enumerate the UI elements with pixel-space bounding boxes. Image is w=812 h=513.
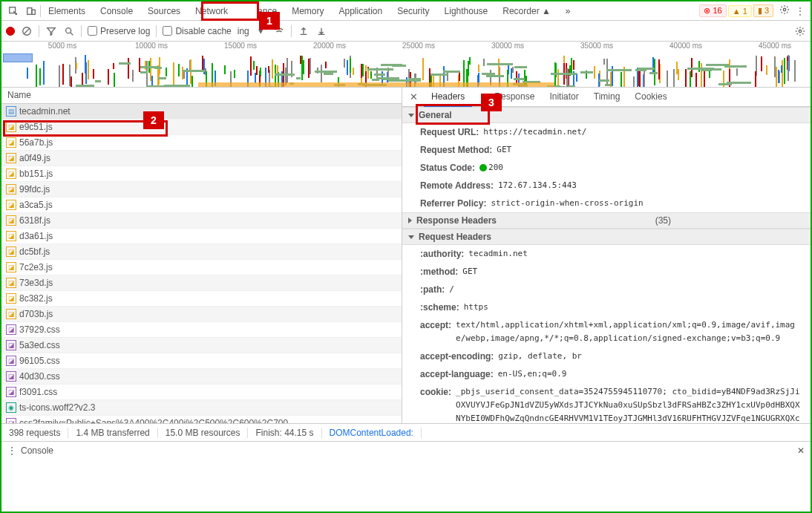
request-name: e9c51.js bbox=[19, 122, 53, 132]
download-har-icon[interactable] bbox=[315, 25, 327, 37]
detail-body[interactable]: General Request URL:https://tecadmin.net… bbox=[402, 107, 811, 423]
table-row[interactable]: ◪96105.css bbox=[1, 353, 402, 369]
preserve-log-checkbox[interactable]: Preserve log bbox=[88, 26, 150, 36]
close-detail-icon[interactable]: ✕ bbox=[407, 91, 421, 102]
kv-row: :scheme:https bbox=[402, 298, 811, 316]
tab-network[interactable]: Network bbox=[188, 1, 235, 21]
tab-recorder[interactable]: Recorder ▲ bbox=[495, 1, 558, 21]
kv-row: Referrer Policy:strict-origin-when-cross… bbox=[402, 195, 811, 212]
timeline-tick: 40000 ms bbox=[669, 42, 702, 50]
request-list[interactable]: ▤tecadmin.net◪e9c51.js◪56a7b.js◪a0f49.js… bbox=[1, 104, 402, 423]
warning-count-badge[interactable]: ▲ 1 bbox=[728, 5, 752, 17]
response-headers-section-header[interactable]: Response Headers(35) bbox=[402, 212, 811, 229]
table-row[interactable]: ▤tecadmin.net bbox=[1, 104, 402, 120]
table-row[interactable]: ◪a3ca5.js bbox=[1, 197, 402, 213]
tab-elements[interactable]: Elements bbox=[41, 1, 93, 21]
tab-sources[interactable]: Sources bbox=[140, 1, 188, 21]
record-button[interactable] bbox=[6, 27, 15, 36]
disable-cache-checkbox[interactable]: Disable cache bbox=[163, 26, 231, 36]
detail-tab-timing[interactable]: Timing bbox=[586, 88, 628, 107]
js-file-icon: ◪ bbox=[6, 215, 16, 226]
table-row[interactable]: ◪css?family=Public+Sans%3A400%2C400i%2C5… bbox=[1, 416, 402, 423]
search-icon[interactable] bbox=[63, 25, 75, 37]
throttling-dropdown-icon[interactable]: ▾ bbox=[255, 25, 267, 37]
kv-row: accept:text/html,application/xhtml+xml,a… bbox=[402, 316, 811, 347]
css-file-icon: ◪ bbox=[6, 324, 16, 335]
request-name: 37929.css bbox=[19, 324, 60, 335]
css-file-icon: ◪ bbox=[6, 356, 16, 366]
table-row[interactable]: ◪dc5bf.js bbox=[1, 244, 402, 260]
issue-count-badge[interactable]: ▮ 3 bbox=[753, 4, 773, 17]
tab-security[interactable]: Security bbox=[390, 1, 436, 21]
more-tabs-button[interactable]: » bbox=[558, 1, 578, 21]
general-section-header[interactable]: General bbox=[402, 107, 811, 123]
console-drawer[interactable]: ⋮ Console ✕ bbox=[1, 441, 811, 459]
css-file-icon: ◪ bbox=[6, 387, 16, 397]
js-file-icon: ◪ bbox=[6, 231, 16, 241]
column-header-name[interactable]: Name bbox=[1, 88, 402, 104]
timeline-tick: 30000 ms bbox=[491, 42, 524, 50]
status-finish: Finish: 44.15 s bbox=[248, 428, 321, 438]
table-row[interactable]: ◪d703b.js bbox=[1, 307, 402, 322]
js-file-icon: ◪ bbox=[6, 293, 16, 304]
close-drawer-icon[interactable]: ✕ bbox=[797, 445, 805, 456]
kv-row: accept-language:en-US,en;q=0.9 bbox=[402, 365, 811, 383]
timeline-tick: 15000 ms bbox=[224, 42, 257, 50]
request-name: f3091.css bbox=[19, 387, 57, 397]
table-row[interactable]: ◪8c382.js bbox=[1, 291, 402, 307]
table-row[interactable]: ◪d3a61.js bbox=[1, 229, 402, 244]
table-row[interactable]: ◪6318f.js bbox=[1, 213, 402, 229]
table-row[interactable]: ◪99fdc.js bbox=[1, 182, 402, 197]
table-row[interactable]: ◪e9c51.js bbox=[1, 120, 402, 135]
detail-tab-response[interactable]: Response bbox=[487, 88, 542, 107]
svg-point-6 bbox=[799, 30, 802, 33]
tab-console[interactable]: Console bbox=[93, 1, 140, 21]
device-toggle-icon[interactable] bbox=[25, 5, 37, 17]
request-name: tecadmin.net bbox=[19, 106, 71, 117]
table-row[interactable]: ◪bb151.js bbox=[1, 166, 402, 182]
tab-application[interactable]: Application bbox=[331, 1, 390, 21]
request-name: 99fdc.js bbox=[19, 184, 50, 195]
tab-lighthouse[interactable]: Lighthouse bbox=[437, 1, 496, 21]
request-detail-pane: ✕ HeadersResponseInitiatorTimingCookies … bbox=[402, 88, 811, 423]
detail-tab-cookies[interactable]: Cookies bbox=[627, 88, 674, 107]
timeline-overview[interactable]: 5000 ms10000 ms15000 ms20000 ms25000 ms3… bbox=[1, 42, 811, 88]
table-row[interactable]: ◪5a3ed.css bbox=[1, 338, 402, 353]
timeline-tick: 10000 ms bbox=[135, 42, 168, 50]
table-row[interactable]: ◪40d30.css bbox=[1, 369, 402, 385]
table-row[interactable]: ◪56a7b.js bbox=[1, 135, 402, 151]
css-file-icon: ◪ bbox=[6, 418, 16, 423]
tab-hidden[interactable] bbox=[235, 1, 250, 21]
js-file-icon: ◪ bbox=[6, 200, 16, 210]
table-row[interactable]: ◪f3091.css bbox=[1, 385, 402, 400]
wifi-icon[interactable] bbox=[273, 25, 285, 37]
table-row[interactable]: ◪a0f49.js bbox=[1, 151, 402, 166]
request-headers-section-header[interactable]: Request Headers bbox=[402, 229, 811, 245]
request-name: 6318f.js bbox=[19, 215, 50, 226]
devtools-toolbar: ElementsConsoleSourcesNetworkanceMemoryA… bbox=[1, 1, 811, 21]
network-settings-gear-icon[interactable] bbox=[794, 25, 806, 37]
kv-row: :path:/ bbox=[402, 281, 811, 298]
tab-ance[interactable]: ance bbox=[250, 1, 284, 21]
kv-row: :authority:tecadmin.net bbox=[402, 245, 811, 263]
clear-icon[interactable] bbox=[21, 25, 33, 37]
dock-menu-icon[interactable]: ⋮ bbox=[796, 6, 805, 16]
detail-tab-headers[interactable]: Headers bbox=[424, 88, 472, 107]
detail-tab-gap bbox=[472, 88, 487, 107]
timeline-tick: 25000 ms bbox=[402, 42, 435, 50]
inspect-icon[interactable] bbox=[7, 5, 19, 17]
settings-gear-icon[interactable] bbox=[779, 4, 790, 17]
request-name: d3a61.js bbox=[19, 231, 53, 241]
detail-tab-initiator[interactable]: Initiator bbox=[542, 88, 586, 107]
table-row[interactable]: ◪7c2e3.js bbox=[1, 260, 402, 275]
table-row[interactable]: ◪73e3d.js bbox=[1, 275, 402, 291]
table-row[interactable]: ◪37929.css bbox=[1, 322, 402, 338]
tab-memory[interactable]: Memory bbox=[284, 1, 331, 21]
table-row[interactable]: ◉ts-icons.woff2?v2.3 bbox=[1, 400, 402, 416]
js-file-icon: ◪ bbox=[6, 137, 16, 148]
error-count-badge[interactable]: ⊗ 16 bbox=[699, 4, 726, 17]
upload-har-icon[interactable] bbox=[298, 25, 310, 37]
timeline-tick: 20000 ms bbox=[313, 42, 346, 50]
filter-icon[interactable] bbox=[45, 25, 57, 37]
drawer-menu-icon[interactable]: ⋮ bbox=[7, 445, 16, 456]
